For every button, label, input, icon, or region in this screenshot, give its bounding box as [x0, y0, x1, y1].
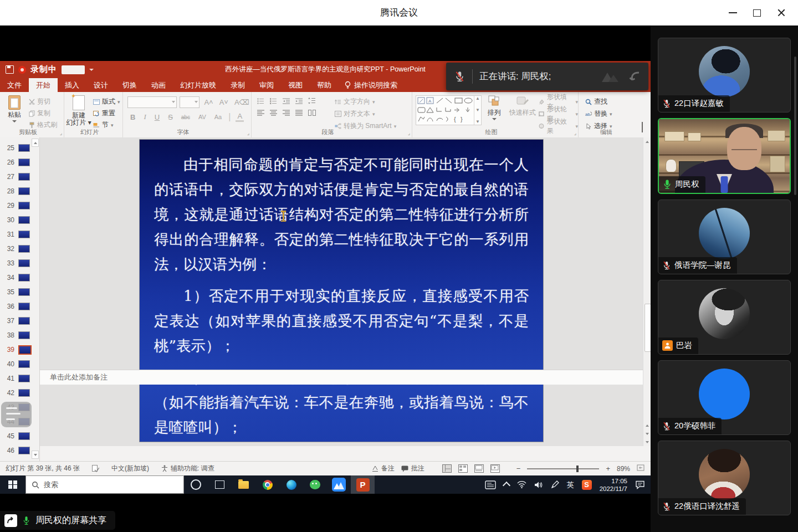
wechat-button[interactable]: [303, 475, 327, 494]
tab-file[interactable]: 文件: [0, 78, 29, 92]
tab-slideshow[interactable]: 幻灯片放映: [173, 78, 223, 92]
thumbnail-row[interactable]: 40: [0, 357, 39, 371]
accessibility-status[interactable]: 辅助功能: 调查: [161, 464, 214, 473]
pen-icon[interactable]: [551, 480, 559, 489]
thumbnail-scroll-up[interactable]: [32, 139, 39, 147]
align-center-icon[interactable]: [270, 110, 277, 116]
next-slide-button[interactable]: [643, 429, 651, 438]
italic-button[interactable]: I: [142, 112, 147, 121]
cortana-button[interactable]: [184, 475, 208, 494]
tab-design[interactable]: 设计: [86, 78, 115, 92]
shapes-gallery[interactable]: A: [416, 95, 482, 125]
layout-button[interactable]: 版式▾: [93, 96, 120, 107]
thumbnail-row[interactable]: 33: [0, 256, 39, 270]
tab-home[interactable]: 开始: [29, 78, 58, 92]
thumbnail-row[interactable]: 38: [0, 328, 39, 342]
collapse-ribbon-button[interactable]: [642, 123, 643, 133]
comments-toggle-button[interactable]: 批注: [401, 464, 424, 473]
screen-share-indicator[interactable]: 周民权的屏幕共享: [0, 511, 115, 530]
tab-animations[interactable]: 动画: [144, 78, 173, 92]
participant-tile[interactable]: 俄语学院—谢昆: [658, 200, 791, 274]
taskbar-clock[interactable]: 17:05 2022/11/7: [600, 477, 627, 493]
new-slide-button[interactable]: 新建幻灯片 ▾: [64, 92, 93, 130]
thumbnail-row[interactable]: 35: [0, 285, 39, 299]
tab-transitions[interactable]: 切换: [115, 78, 144, 92]
dialog-launcher-icon[interactable]: ⌟: [408, 130, 410, 136]
tab-view[interactable]: 视图: [281, 78, 310, 92]
thumbnail-row[interactable]: 31: [0, 227, 39, 242]
find-button[interactable]: 查找: [585, 96, 634, 107]
taskbar-search-box[interactable]: 搜索: [25, 475, 184, 494]
widgets-icon[interactable]: [485, 480, 496, 489]
edge-button[interactable]: [279, 475, 303, 494]
tencent-meeting-button[interactable]: [327, 475, 351, 494]
reading-view-button[interactable]: [474, 464, 484, 473]
increase-indent-icon[interactable]: [295, 98, 303, 104]
quick-styles-button[interactable]: 快速样式: [507, 92, 538, 116]
align-right-icon[interactable]: [283, 110, 290, 116]
thumbnail-row[interactable]: 32: [0, 242, 39, 256]
file-explorer-button[interactable]: [232, 475, 255, 494]
thumbnail-row[interactable]: 27: [0, 170, 39, 184]
thumbnail-row[interactable]: 41: [0, 371, 39, 386]
volume-icon[interactable]: [534, 481, 543, 489]
notes-pane[interactable]: 单击此处添加备注: [40, 370, 643, 385]
replace-button[interactable]: ab 替换▾: [585, 109, 634, 119]
hidden-icons-button[interactable]: [503, 482, 510, 489]
paste-button[interactable]: 粘贴: [0, 92, 29, 130]
zoom-out-button[interactable]: −: [516, 464, 521, 473]
participant-tile[interactable]: 22俄语口译沈舒遥: [658, 441, 791, 515]
clear-formatting-button[interactable]: A⌫: [233, 98, 251, 106]
tell-me-search[interactable]: 操作说明搜索: [339, 78, 403, 92]
thumbnail-row[interactable]: 37: [0, 314, 39, 328]
vertical-scrollbar[interactable]: [643, 137, 651, 446]
powerpoint-taskbar-button[interactable]: P: [351, 475, 375, 494]
grow-font-button[interactable]: A˄: [202, 98, 214, 106]
participant-tile[interactable]: 22口译赵嘉敏: [658, 38, 791, 112]
chrome-button[interactable]: [255, 475, 279, 494]
decrease-indent-icon[interactable]: [283, 98, 290, 104]
tab-review[interactable]: 审阅: [252, 78, 281, 92]
tab-record[interactable]: 录制: [223, 78, 252, 92]
maximize-button[interactable]: [745, 0, 769, 25]
bullets-icon[interactable]: [257, 98, 264, 104]
line-spacing-icon[interactable]: [308, 98, 315, 104]
shapes-gallery-scroll[interactable]: ▲▼▼: [474, 96, 481, 125]
zoom-slider[interactable]: [527, 468, 599, 469]
slide[interactable]: 由于相同命题的肯定与否定不可能同时出现在一个人的话语中，交际双方的对话便是肯定与…: [140, 140, 543, 442]
dialog-launcher-icon[interactable]: ⌟: [60, 130, 62, 136]
sidebar-scrollbar[interactable]: [794, 57, 796, 195]
slideshow-view-button[interactable]: [490, 464, 500, 473]
participant-tile-speaking[interactable]: 周民权: [658, 118, 791, 194]
undo-arrow-icon[interactable]: [627, 70, 641, 83]
thumbnail-scroll-down[interactable]: [32, 451, 39, 459]
start-button[interactable]: [0, 475, 25, 494]
zoom-slider-thumb[interactable]: [576, 466, 579, 472]
ime-indicator[interactable]: 英: [567, 480, 574, 490]
font-size-combobox[interactable]: [180, 96, 200, 108]
scroll-up-button[interactable]: [643, 137, 651, 146]
sogou-ime-icon[interactable]: S: [582, 480, 592, 490]
font-name-combobox[interactable]: [127, 96, 177, 108]
thumbnail-row[interactable]: 34: [0, 270, 39, 285]
numbering-icon[interactable]: [270, 98, 277, 104]
arrange-button[interactable]: 排列: [482, 92, 507, 120]
dialog-launcher-icon[interactable]: ⌟: [574, 130, 576, 136]
thumbnail-row-selected[interactable]: 39: [0, 342, 39, 357]
dialog-launcher-icon[interactable]: ⌟: [247, 130, 249, 136]
slide-editor-canvas[interactable]: 由于相同命题的肯定与否定不可能同时出现在一个人的话语中，交际双方的对话便是肯定与…: [40, 137, 643, 446]
normal-view-button[interactable]: [442, 464, 452, 473]
action-center-icon[interactable]: [635, 480, 645, 489]
align-text-button[interactable]: 对齐文本▾: [335, 109, 396, 119]
fit-to-window-button[interactable]: [637, 464, 646, 473]
participant-tile[interactable]: 巴岩: [658, 280, 791, 355]
language-status[interactable]: 中文(新加坡): [111, 464, 149, 473]
align-left-icon[interactable]: [257, 110, 264, 116]
strikethrough-button[interactable]: S: [166, 113, 175, 121]
thumbnail-row[interactable]: 45: [0, 429, 39, 443]
thumbnail-row[interactable]: 42: [0, 386, 39, 400]
reset-button[interactable]: 重置: [93, 108, 120, 119]
tab-help[interactable]: 帮助: [310, 78, 339, 92]
spellcheck-status[interactable]: [92, 465, 99, 472]
thumbnail-row[interactable]: 36: [0, 299, 39, 314]
